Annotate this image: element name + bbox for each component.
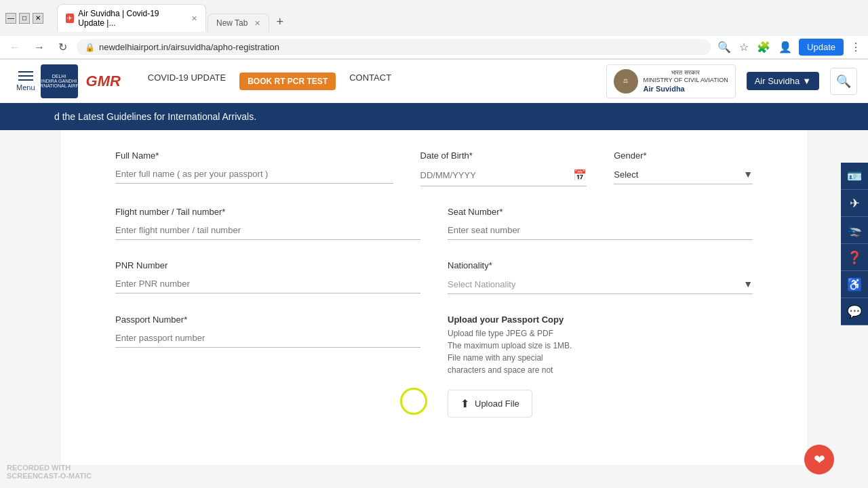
extension-icon[interactable]: 🧩 (755, 39, 772, 55)
form-row-4: Passport Number* Upload your Passport Co… (115, 314, 753, 418)
nationality-placeholder: Select Nationality (448, 279, 743, 289)
book-pcr-button[interactable]: BOOK RT PCR TEST (239, 73, 336, 90)
passport-number-input[interactable] (115, 329, 420, 348)
header-right: ⚖ भारत सरकारMINISTRY OF CIVIL AVIATION A… (606, 64, 857, 98)
form-area: Full Name* Date of Birth* 📅 Gender* Sele… (61, 130, 807, 465)
nav-covid[interactable]: COVID-19 UPDATE (148, 73, 226, 90)
maximize-button[interactable]: □ (19, 13, 30, 24)
menu-icon[interactable]: ⋮ (849, 39, 863, 55)
dob-label: Date of Birth* (420, 150, 587, 161)
back-button[interactable]: ← (5, 40, 24, 55)
full-name-label: Full Name* (115, 150, 393, 161)
sidebar-accessibility-icon[interactable]: ♿ (841, 271, 868, 298)
search-icon[interactable]: 🔍 (716, 39, 732, 55)
minimize-button[interactable]: — (5, 13, 16, 24)
logo-area: DELHI INDIRA GANDHI INTERNATIONAL AIRPOR… (41, 64, 121, 98)
dob-group: Date of Birth* 📅 (420, 150, 587, 186)
lock-icon: 🔒 (85, 43, 95, 52)
tab-close-icon-2[interactable]: ✕ (254, 19, 260, 28)
address-bar[interactable]: 🔒 newdelhiairport.in/airsuvidha/apho-reg… (77, 39, 711, 55)
upload-desc-1: Upload file type JPEG & PDF (448, 327, 572, 340)
ministry-logo: ⚖ भारत सरकारMINISTRY OF CIVIL AVIATION A… (606, 64, 736, 98)
upload-file-button[interactable]: ⬆ Upload File (448, 390, 532, 418)
delhi-logo: DELHI INDIRA GANDHI INTERNATIONAL AIRPOR… (41, 64, 78, 98)
flight-label: Flight number / Tail number* (115, 207, 420, 217)
passport-number-group: Passport Number* (115, 314, 420, 348)
tab-favicon: ✈ (66, 14, 74, 23)
air-suvidha-badge[interactable]: Air Suvidha ▼ (747, 72, 819, 90)
tab-bar: ✈ Air Suvidha | Covid-19 Update |... ✕ N… (52, 4, 294, 32)
pnr-group: PNR Number (115, 260, 420, 293)
gmr-logo: GMR (86, 73, 121, 90)
close-button[interactable]: ✕ (33, 13, 43, 24)
sidebar-arrival-icon[interactable]: 🛬 (841, 217, 868, 244)
gender-value: Select (614, 169, 743, 180)
full-name-input[interactable] (115, 165, 393, 184)
flight-input[interactable] (115, 221, 420, 240)
nationality-group: Nationality* Select Nationality ▼ (448, 260, 753, 294)
upload-desc-2: The maximum upload size is 1MB. (448, 340, 572, 352)
gender-label: Gender* (614, 150, 753, 161)
nav-links: COVID-19 UPDATE BOOK RT PCR TEST CONTACT (148, 73, 391, 90)
full-name-group: Full Name* (115, 150, 393, 184)
sidebar-departure-icon[interactable]: ✈ (841, 190, 868, 217)
title-bar: — □ ✕ ✈ Air Suvidha | Covid-19 Update |.… (0, 0, 868, 36)
site-header: Menu DELHI INDIRA GANDHI INTERNATIONAL A… (0, 60, 868, 103)
profile-icon[interactable]: 👤 (777, 39, 793, 55)
upload-btn-label: Upload File (475, 399, 519, 409)
star-icon[interactable]: ☆ (738, 39, 750, 55)
gender-select[interactable]: Select ▼ (614, 165, 753, 184)
heart-button[interactable]: ❤ (804, 445, 834, 465)
watermark-line-1: RECORDED WITH (7, 464, 92, 465)
right-sidebar: 🪪 ✈ 🛬 ❓ ♿ 💬 (841, 163, 868, 325)
seat-label: Seat Number* (448, 207, 753, 217)
sidebar-help-icon[interactable]: ❓ (841, 244, 868, 271)
delhi-logo-text: DELHI INDIRA GANDHI INTERNATIONAL AIRPOR… (29, 74, 89, 88)
passport-upload-group: Upload your Passport Copy Upload file ty… (448, 314, 753, 418)
update-button[interactable]: Update (799, 39, 844, 56)
gender-group: Gender* Select ▼ (614, 150, 753, 184)
sidebar-chat-icon[interactable]: 💬 (841, 298, 868, 325)
air-suvidha-sub: Air Suvidha (644, 85, 728, 93)
tab-active[interactable]: ✈ Air Suvidha | Covid-19 Update |... ✕ (57, 4, 206, 32)
air-suvidha-text: Air Suvidha (755, 76, 800, 86)
browser-actions: 🔍 ☆ 🧩 👤 Update ⋮ (716, 39, 863, 56)
tab-close-icon[interactable]: ✕ (191, 14, 197, 23)
upload-desc-4: characters and space are not (448, 364, 572, 376)
nav-contact[interactable]: CONTACT (349, 73, 391, 90)
search-icon-header[interactable]: 🔍 (830, 68, 857, 95)
form-row-2: Flight number / Tail number* Seat Number… (115, 207, 753, 240)
upload-icon: ⬆ (460, 397, 469, 410)
sidebar-id-icon[interactable]: 🪪 (841, 163, 868, 190)
ministry-text-area: भारत सरकारMINISTRY OF CIVIL AVIATION Air… (644, 69, 728, 93)
seat-group: Seat Number* (448, 207, 753, 240)
nationality-chevron-icon: ▼ (743, 279, 753, 289)
upload-desc-3: File name with any special (448, 352, 572, 364)
address-bar-row: ← → ↻ 🔒 newdelhiairport.in/airsuvidha/ap… (0, 36, 868, 59)
banner-text: d the Latest Guidelines for Internationa… (54, 111, 256, 122)
dob-input[interactable] (420, 170, 574, 180)
pnr-input[interactable] (115, 274, 420, 293)
form-row-1: Full Name* Date of Birth* 📅 Gender* Sele… (115, 150, 753, 186)
forward-button[interactable]: → (30, 40, 49, 55)
ministry-text: भारत सरकारMINISTRY OF CIVIL AVIATION (644, 69, 728, 83)
address-text: newdelhiairport.in/airsuvidha/apho-regis… (99, 42, 703, 52)
nationality-select[interactable]: Select Nationality ▼ (448, 274, 753, 294)
gmr-text: GMR (86, 73, 121, 89)
reload-button[interactable]: ↻ (54, 39, 71, 55)
pnr-label: PNR Number (115, 260, 420, 270)
chevron-down-icon: ▼ (743, 169, 753, 180)
ministry-emblem: ⚖ (614, 69, 638, 94)
new-tab-button[interactable]: + (271, 12, 289, 32)
tab-label: Air Suvidha | Covid-19 Update |... (78, 9, 184, 28)
seat-input[interactable] (448, 221, 753, 240)
calendar-icon[interactable]: 📅 (573, 169, 587, 182)
menu-bar-1 (18, 71, 33, 73)
tab-new-tab[interactable]: New Tab ✕ (208, 14, 269, 32)
browser-chrome: — □ ✕ ✈ Air Suvidha | Covid-19 Update |.… (0, 0, 868, 60)
dob-wrapper: 📅 (420, 165, 587, 186)
screencast-watermark: RECORDED WITH SCREENCAST-O-MATIC (7, 464, 92, 465)
passport-number-label: Passport Number* (115, 314, 420, 325)
chevron-down-icon: ▼ (802, 76, 811, 86)
window-controls: — □ ✕ (5, 13, 43, 24)
